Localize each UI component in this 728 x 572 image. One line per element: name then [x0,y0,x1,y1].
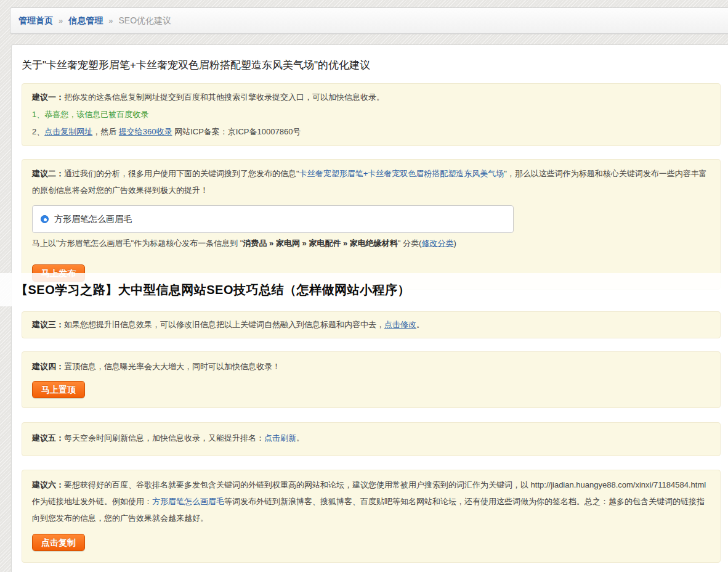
suggestion-1-lead-row: 建议一：把你发的这条信息复制网址提交到百度和其他搜索引擎收录提交入口，可以加快信… [32,89,710,106]
refresh-link[interactable]: 点击刷新 [264,433,296,443]
icp-record-text: 网站ICP备案：京ICP备10007860号 [172,127,301,136]
breadcrumb-link-info-management[interactable]: 信息管理 [68,15,103,27]
publish-line-suffix: ) [453,239,456,248]
suggestion-2-box: 建议二：通过我们的分析，很多用户使用下面的关键词搜到了您发布的信息"卡丝奢宠塑形… [22,159,721,290]
suggestion-1-label: 建议一： [32,92,64,102]
change-category-link[interactable]: 修改分类 [421,239,453,248]
suggestion-3-label: 建议三： [32,320,64,329]
breadcrumb-separator: » [103,16,118,25]
click-copy-button[interactable]: 点击复制 [32,534,85,551]
floating-banner-overlay: 【SEO学习之路】大中型信息网站SEO技巧总结（怎样做网站小程序） [0,273,728,306]
seo-suggestions-page: 管理首页 » 信息管理 » SEO优化建议 关于"卡丝奢宠塑形眉笔+卡丝奢宠双色… [0,0,728,572]
breadcrumb-link-admin-home[interactable]: 管理首页 [18,15,53,27]
publish-line-prefix: 马上以"方形眉笔怎么画眉毛"作为标题核心发布一条信息到 " [32,239,243,248]
suggestion-4-text: 置顶信息，信息曝光率会大大增大，同时可以加快信息收录！ [64,362,280,371]
publish-category-line: 马上以"方形眉笔怎么画眉毛"作为标题核心发布一条信息到 "消费品 » 家电网 »… [32,237,710,250]
suggestion-5-box: 建议五：每天空余时间刷新信息，加快信息收录，又能提升排名：点击刷新。 [22,422,721,456]
publish-line-mid: " 分类( [398,239,422,248]
keyword-option[interactable]: 方形眉笔怎么画眉毛 [32,205,514,233]
suggestion-4-text-row: 建议四：置顶信息，信息曝光率会大大增大，同时可以加快信息收录！ [32,359,710,374]
breadcrumb-current-seo-suggestions: SEO优化建议 [118,15,171,27]
submit-360-link[interactable]: 提交给360收录 [119,127,172,136]
breadcrumb-separator: » [53,16,68,25]
category-path: 消费品 » 家电网 » 家电配件 » 家电绝缘材料 [243,239,397,248]
suggestion-5-suffix: 。 [296,433,304,443]
edit-info-link[interactable]: 点击修改 [384,320,416,329]
suggestion-6-box: 建议六：要想获得好的百度、谷歌排名就要多发包含关键词的外链到权重高的网站和论坛，… [22,470,721,563]
baidu-indexed-status: 1、恭喜您，该信息已被百度收录 [32,106,710,123]
radio-selected-icon[interactable] [41,215,49,223]
suggestion-1-text: 把你发的这条信息复制网址提交到百度和其他搜索引擎收录提交入口，可以加快信息收录。 [64,92,384,102]
info-keyword-link[interactable]: 卡丝奢宠塑形眉笔+卡丝奢宠双色眉粉搭配塑造东风美气场 [299,169,504,178]
suggestion-6-label: 建议六： [32,480,64,489]
suggestion-5-text: 每天空余时间刷新信息，加快信息收录，又能提升排名： [64,433,264,443]
suggestion-4-box: 建议四：置顶信息，信息曝光率会大大增大，同时可以加快信息收录！ 马上置顶 [22,351,721,408]
suggestion-6-text: 建议六：要想获得好的百度、谷歌排名就要多发包含关键词的外链到权重高的网站和论坛，… [32,476,710,526]
seo-article-banner-title[interactable]: 【SEO学习之路】大中型信息网站SEO技巧总结（怎样做网站小程序） [15,282,410,298]
suggestion-1-box: 建议一：把你发的这条信息复制网址提交到百度和其他搜索引擎收录提交入口，可以加快信… [22,83,721,146]
keyword-option-label: 方形眉笔怎么画眉毛 [54,214,132,225]
stick-to-top-button[interactable]: 马上置顶 [32,381,85,398]
copy-url-link[interactable]: 点击复制网址 [44,127,92,136]
outlink-keyword-link[interactable]: 方形眉笔怎么画眉毛 [152,497,224,506]
suggestion-3-text: 如果您想提升旧信息效果，可以修改旧信息把以上关键词自然融入到信息标题和内容中去， [64,320,384,329]
suggestion-4-label: 建议四： [32,362,64,371]
suggestion-2-text: 建议二：通过我们的分析，很多用户使用下面的关键词搜到了您发布的信息"卡丝奢宠塑形… [32,165,710,198]
breadcrumb: 管理首页 » 信息管理 » SEO优化建议 [10,7,728,34]
suggestion-1-step2-row: 2、点击复制网址，然后 提交给360收录 网站ICP备案：京ICP备100078… [32,123,710,141]
suggestion-2-before-keyword: 通过我们的分析，很多用户使用下面的关键词搜到了您发布的信息" [64,169,299,178]
suggestion-3-box: 建议三：如果您想提升旧信息效果，可以修改旧信息把以上关键词自然融入到信息标题和内… [22,311,721,338]
step2-mid: ，然后 [92,127,119,136]
suggestion-2-label: 建议二： [32,169,64,178]
suggestion-3-suffix: 。 [416,320,424,329]
suggestion-5-label: 建议五： [32,433,64,443]
page-title: 关于"卡丝奢宠塑形眉笔+卡丝奢宠双色眉粉搭配塑造东风美气场"的优化建议 [22,58,716,73]
step2-prefix: 2、 [32,127,44,136]
